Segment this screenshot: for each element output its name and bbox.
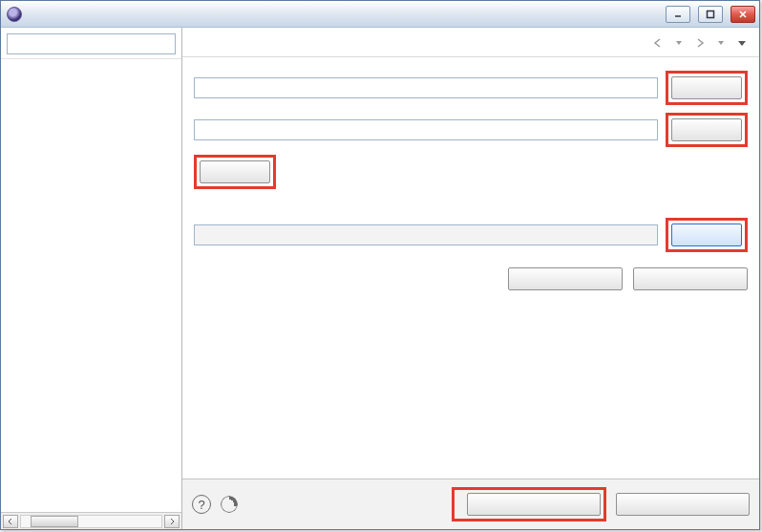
filter-input[interactable] [7,33,176,54]
close-button[interactable] [730,6,755,23]
scroll-thumb[interactable] [31,516,78,527]
minimize-button[interactable] [666,6,690,23]
maximize-button[interactable] [698,6,723,23]
titlebar [1,1,759,28]
svg-marker-6 [738,41,746,46]
apply-button[interactable] [633,267,748,290]
preference-tree[interactable] [1,58,181,512]
cancel-button[interactable] [616,493,750,516]
forward-icon[interactable] [692,35,708,51]
user-browse-button[interactable] [671,118,742,141]
tree-horizontal-scrollbar[interactable] [1,512,181,529]
preferences-window: ? [0,0,760,530]
reindex-button[interactable] [671,223,742,246]
help-icon[interactable]: ? [192,495,211,514]
forward-dropdown-icon[interactable] [713,35,729,51]
view-menu-icon[interactable] [734,35,750,51]
user-settings-input[interactable] [194,119,658,140]
svg-marker-4 [676,41,682,45]
global-browse-button[interactable] [671,76,742,99]
back-dropdown-icon[interactable] [671,35,687,51]
back-icon[interactable] [650,35,666,51]
update-settings-button[interactable] [200,160,270,183]
dialog-footer: ? [182,479,759,529]
progress-icon [221,496,238,513]
app-icon [7,7,22,22]
apply-and-close-button[interactable] [467,493,601,516]
preference-tree-panel [1,28,182,529]
svg-marker-5 [718,41,724,45]
restore-defaults-button[interactable] [508,267,623,290]
scroll-right-button[interactable] [164,515,180,528]
svg-rect-1 [708,11,714,17]
settings-page: ? [182,28,759,529]
local-repo-input [194,224,658,245]
scroll-left-button[interactable] [3,515,18,528]
global-settings-input[interactable] [194,77,658,98]
